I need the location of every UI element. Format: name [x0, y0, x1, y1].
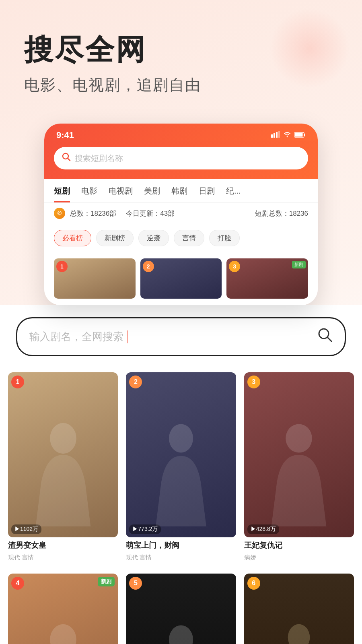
hero-bg-decoration: [269, 8, 350, 89]
preview-thumb-2[interactable]: 2: [140, 258, 222, 299]
drama-thumb-1: 1 ▶1102万: [8, 372, 118, 537]
rank-6-badge: 6: [247, 577, 260, 590]
rank-badge-2: 2: [143, 261, 154, 272]
big-search-wrapper: 输入剧名，全网搜索: [0, 305, 362, 368]
status-icons: [271, 131, 306, 140]
drama-tags-2: 现代 言情: [126, 554, 236, 561]
tag-逆袭[interactable]: 逆袭: [138, 230, 169, 246]
svg-point-14: [50, 624, 76, 644]
status-time: 9:41: [56, 130, 74, 140]
preview-thumb-3[interactable]: 3 新剧: [226, 258, 308, 299]
svg-rect-2: [276, 132, 278, 138]
search-icon: [62, 153, 71, 164]
tab-日剧[interactable]: 日剧: [199, 186, 215, 202]
tag-言情[interactable]: 言情: [174, 230, 204, 246]
text-cursor: [127, 330, 128, 343]
drama-thumb-6: 6 🏯 苏公公寻香记: [244, 574, 354, 644]
svg-point-11: [50, 423, 76, 454]
svg-rect-3: [278, 131, 280, 138]
rank-3-badge: 3: [247, 376, 260, 388]
tab-短剧[interactable]: 短剧: [54, 186, 70, 202]
drama-title-1: 渣男变女皇: [8, 541, 118, 551]
battery-icon: [294, 131, 306, 140]
drama-card-2[interactable]: 2 ▶773.2万 萌宝上门，财阀 现代 言情: [126, 372, 236, 561]
svg-point-12: [169, 424, 193, 453]
app-header: 搜索短剧名称: [44, 140, 318, 179]
svg-line-8: [68, 158, 70, 161]
tab-韩剧[interactable]: 韩剧: [171, 186, 187, 202]
svg-line-10: [327, 337, 331, 341]
tab-other[interactable]: 纪...: [226, 186, 241, 202]
rank-5-badge: 5: [129, 577, 142, 590]
svg-rect-5: [304, 134, 305, 136]
svg-rect-0: [271, 134, 273, 138]
rank-2-badge: 2: [129, 376, 142, 388]
drama-card-5[interactable]: 5 上流外卖员 · UPPER SOCIETY · 上流外卖员 现代: [126, 574, 236, 644]
drama-card-4[interactable]: 4 新剧 ▶1102万 被渣后，总裁是 修仙 玄幻: [8, 574, 118, 644]
hero-section: 搜尽全网 电影、电视剧，追剧自由: [0, 0, 362, 111]
tag-新剧榜[interactable]: 新剧榜: [96, 230, 134, 246]
preview-thumb-1[interactable]: 1: [54, 258, 136, 299]
today-update: 今日更新：43部: [126, 209, 175, 218]
drama-title-2: 萌宝上门，财阀: [126, 541, 236, 551]
drama-title-3: 王妃复仇记: [244, 541, 354, 551]
drama-card-6[interactable]: 6 🏯 苏公公寻香记 苏公公寻香记 病娇: [244, 574, 354, 644]
tag-打脸[interactable]: 打脸: [209, 230, 240, 246]
rank-badge-3: 3: [229, 261, 240, 272]
drama-preview-row: 1 2 3 新剧: [44, 252, 318, 305]
status-bar: 9:41: [44, 124, 318, 140]
new-badge-4: 新剧: [98, 577, 115, 586]
tag-必看榜[interactable]: 必看榜: [54, 230, 91, 246]
svg-point-15: [169, 625, 193, 644]
stats-bar: © 总数：18236部 今日更新：43部 短剧总数：18236: [44, 203, 318, 224]
coin-icon: ©: [54, 208, 65, 219]
svg-rect-1: [274, 133, 275, 138]
rank-badge-1: 1: [56, 261, 68, 272]
big-search-icon[interactable]: [317, 327, 333, 346]
tab-美剧[interactable]: 美剧: [144, 186, 160, 202]
big-search-placeholder: 输入剧名，全网搜索: [29, 330, 123, 344]
big-search-input-area: 输入剧名，全网搜索: [29, 330, 317, 344]
tab-电影[interactable]: 电影: [81, 186, 97, 202]
signal-icon: [271, 131, 280, 140]
drama-thumb-5: 5 上流外卖员 · UPPER SOCIETY ·: [126, 574, 236, 644]
svg-point-13: [286, 424, 313, 453]
drama-card-3[interactable]: 3 ▶428.8万 王妃复仇记 病娇: [244, 372, 354, 561]
drama-grid-row1: 1 ▶1102万 渣男变女皇 现代 言情 2 ▶773.2万 萌宝: [8, 368, 354, 570]
drama-tags-3: 病娇: [244, 554, 354, 561]
drama-thumb-3: 3 ▶428.8万: [244, 372, 354, 537]
drama-card-1[interactable]: 1 ▶1102万 渣男变女皇 现代 言情: [8, 372, 118, 561]
drama-tags-1: 现代 言情: [8, 554, 118, 561]
app-search-bar[interactable]: 搜索短剧名称: [54, 147, 308, 169]
drama-thumb-2: 2 ▶773.2万: [126, 372, 236, 537]
phone-mockup: 9:41 搜索短剧名称 短剧 电影 电视剧 美剧 韩剧 日剧 纪..: [44, 124, 318, 305]
nav-tabs: 短剧 电影 电视剧 美剧 韩剧 日剧 纪...: [44, 179, 318, 203]
total-count: 总数：18236部: [70, 209, 116, 218]
drama-thumb-4: 4 新剧 ▶1102万: [8, 574, 118, 644]
new-badge-3: 新剧: [292, 261, 306, 268]
svg-point-16: [288, 624, 310, 644]
app-search-placeholder: 搜索短剧名称: [75, 153, 123, 164]
rank-1-badge: 1: [11, 376, 24, 388]
content-section: 1 ▶1102万 渣男变女皇 现代 言情 2 ▶773.2万 萌宝: [0, 368, 362, 644]
stats-right: 短剧总数：18236: [255, 209, 308, 218]
rank-4-badge: 4: [11, 577, 24, 590]
big-search-box[interactable]: 输入剧名，全网搜索: [16, 317, 346, 356]
drama-grid-row2: 4 新剧 ▶1102万 被渣后，总裁是 修仙 玄幻 5 上流外卖员 · UPPE…: [8, 570, 354, 644]
tab-电视剧[interactable]: 电视剧: [109, 186, 133, 202]
svg-rect-6: [295, 133, 303, 136]
wifi-icon: [283, 131, 291, 140]
tag-filters: 必看榜 新剧榜 逆袭 言情 打脸: [44, 224, 318, 252]
